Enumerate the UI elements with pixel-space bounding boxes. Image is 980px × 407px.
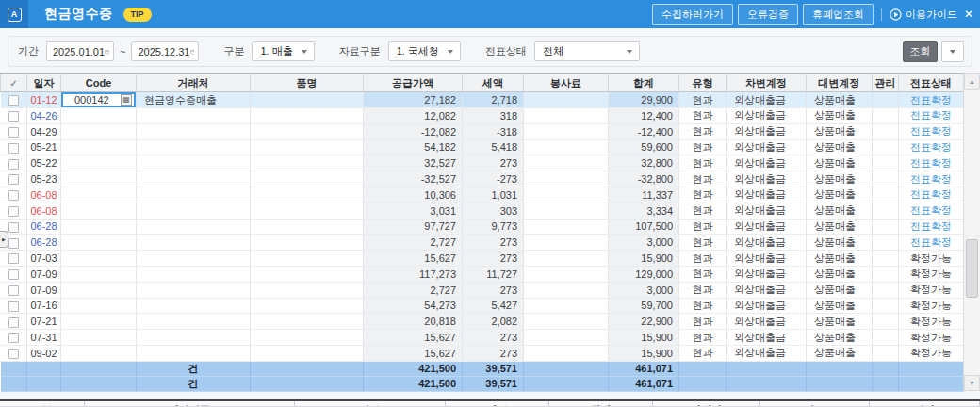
cell-voucher-status[interactable]: 전표확정 <box>899 92 964 108</box>
error-check-button[interactable]: 오류검증 <box>738 4 798 25</box>
table-row[interactable]: 05-2154,1825,41859,600현과외상매출금상품매출전표확정 <box>1 139 964 155</box>
row-checkbox[interactable] <box>8 111 19 122</box>
cell-voucher-status[interactable]: 전표확정 <box>899 235 964 251</box>
cell-code[interactable] <box>61 330 137 346</box>
table-row[interactable]: 04-2612,08231812,400현과외상매출금상품매출전표확정 <box>1 108 964 124</box>
table-row[interactable]: 07-2120,8182,08222,900현과외상매출금상품매출확정가능 <box>1 314 964 330</box>
cell-select <box>1 282 27 298</box>
row-checkbox[interactable] <box>8 349 19 359</box>
cell-code[interactable] <box>61 123 137 139</box>
cell-credit-account: 상품매출 <box>807 155 873 171</box>
cell-customer <box>137 155 251 171</box>
table-row[interactable]: 09-0215,62727315,900현과외상매출금상품매출확정가능 <box>1 345 964 361</box>
summary-select <box>1 361 27 376</box>
cell-date: 06-08 <box>27 187 61 203</box>
cell-vat-amount: 273 <box>463 155 524 171</box>
table-row[interactable]: 01-12000142▦현금영수증매출27,1822,71829,900현과외상… <box>1 92 964 108</box>
cell-code[interactable] <box>61 282 137 298</box>
row-checkbox[interactable] <box>8 333 19 343</box>
table-row[interactable]: 07-0315,62727315,900현과외상매출금상품매출확정가능 <box>1 251 964 267</box>
row-checkbox[interactable] <box>8 317 19 328</box>
app-logo-icon[interactable]: A <box>0 0 28 28</box>
gubun-label: 구분 <box>223 44 244 58</box>
search-button[interactable]: 조회 <box>903 41 938 62</box>
cell-service-charge <box>524 314 609 330</box>
row-checkbox[interactable] <box>8 159 19 170</box>
scroll-up-icon[interactable]: ▲ <box>964 73 980 90</box>
cell-supply-amount: -12,082 <box>364 123 463 139</box>
cell-code[interactable] <box>61 298 137 314</box>
row-checkbox[interactable] <box>8 301 19 312</box>
row-checkbox[interactable] <box>8 190 19 201</box>
table-row[interactable]: 07-09117,27311,727129,000현과외상매출금상품매출확정가능 <box>1 266 964 282</box>
date-from-input[interactable]: 2025.01.01 <box>46 41 114 61</box>
cell-code[interactable] <box>61 251 137 267</box>
row-checkbox[interactable] <box>8 127 19 138</box>
row-checkbox[interactable] <box>8 143 19 154</box>
cell-debit-account: 외상매출금 <box>727 171 807 187</box>
cell-code[interactable] <box>61 219 137 235</box>
cell-code[interactable] <box>61 203 137 219</box>
row-checkbox[interactable] <box>8 285 19 296</box>
cell-management <box>873 219 899 235</box>
cell-voucher-status[interactable]: 전표확정 <box>899 219 964 235</box>
code-help-icon[interactable]: ▦ <box>121 94 132 106</box>
cell-voucher-status[interactable]: 전표확정 <box>899 171 964 187</box>
row-checkbox[interactable] <box>8 238 19 249</box>
cell-code[interactable] <box>61 108 137 124</box>
calendar-icon[interactable] <box>190 46 195 57</box>
table-row[interactable]: 06-282,7272733,000현과외상매출금상품매출전표확정 <box>1 235 964 251</box>
row-checkbox[interactable] <box>8 95 19 106</box>
cell-code[interactable] <box>61 139 137 155</box>
guide-close-icon[interactable]: ✕ <box>964 8 973 21</box>
data-type-select[interactable]: 1. 국세청 <box>388 41 461 61</box>
table-row[interactable]: 06-083,0313033,334현과외상매출금상품매출전표확정 <box>1 203 964 219</box>
cell-code[interactable] <box>61 171 137 187</box>
usage-guide-link[interactable]: 이용가이드 <box>890 8 957 22</box>
cell-code[interactable] <box>61 345 137 361</box>
table-row[interactable]: 07-092,7272733,000현과외상매출금상품매출확정가능 <box>1 282 964 298</box>
tip-badge[interactable]: TIP <box>123 8 152 22</box>
cell-code[interactable] <box>61 155 137 171</box>
cell-voucher-status[interactable]: 전표확정 <box>899 155 964 171</box>
table-row[interactable]: 05-2232,52727332,800현과외상매출금상품매출전표확정 <box>1 155 964 171</box>
cell-code[interactable] <box>61 266 137 282</box>
cell-voucher-status[interactable]: 전표확정 <box>899 139 964 155</box>
cell-voucher-status[interactable]: 전표확정 <box>899 203 964 219</box>
row-checkbox[interactable] <box>8 253 19 264</box>
table-row[interactable]: 07-3115,62727315,900현과외상매출금상품매출확정가능 <box>1 330 964 346</box>
summary-debit <box>727 376 807 391</box>
select-all-header[interactable]: ✓ <box>1 74 27 92</box>
table-row[interactable]: 06-2897,7279,773107,500현과외상매출금상품매출전표확정 <box>1 219 964 235</box>
cell-management <box>873 139 899 155</box>
cell-code[interactable] <box>61 314 137 330</box>
row-checkbox[interactable] <box>8 269 19 280</box>
cell-voucher-status[interactable]: 전표확정 <box>899 123 964 139</box>
cell-voucher-status[interactable]: 전표확정 <box>899 187 964 203</box>
cell-voucher-status[interactable]: 전표확정 <box>899 108 964 124</box>
date-to-input[interactable]: 2025.12.31 <box>131 41 199 61</box>
summary-status <box>899 376 964 391</box>
search-options-button[interactable] <box>941 41 964 62</box>
voucher-state-select[interactable]: 전체 <box>534 41 640 61</box>
table-row[interactable]: 07-1654,2735,42759,700현과외상매출금상품매출확정가능 <box>1 298 964 314</box>
row-checkbox[interactable] <box>8 206 19 217</box>
collect-button[interactable]: 수집하러가기 <box>652 4 733 25</box>
calendar-icon[interactable] <box>105 46 109 57</box>
cell-code[interactable]: 000142▦ <box>61 92 137 108</box>
table-row[interactable]: 06-0810,3061,03111,337현과외상매출금상품매출전표확정 <box>1 187 964 203</box>
scroll-down-icon[interactable]: ▼ <box>964 375 980 391</box>
vertical-scrollbar[interactable]: ▲ ▼ <box>963 73 980 391</box>
row-checkbox[interactable] <box>8 222 19 233</box>
cell-code[interactable] <box>61 187 137 203</box>
scrollbar-thumb[interactable] <box>966 239 978 298</box>
row-checkbox[interactable] <box>8 174 19 185</box>
table-row[interactable]: 05-23-32,527-273-32,800현과외상매출금상품매출전표확정 <box>1 171 964 187</box>
code-field[interactable]: 000142▦ <box>61 92 136 107</box>
gubun-select[interactable]: 1. 매출 <box>252 41 314 61</box>
left-panel-expander[interactable]: ▶ <box>0 231 8 248</box>
cell-management <box>873 108 899 124</box>
cell-code[interactable] <box>61 235 137 251</box>
table-row[interactable]: 04-29-12,082-318-12,400현과외상매출금상품매출전표확정 <box>1 123 964 139</box>
closure-lookup-button[interactable]: 휴폐업조회 <box>803 4 874 25</box>
